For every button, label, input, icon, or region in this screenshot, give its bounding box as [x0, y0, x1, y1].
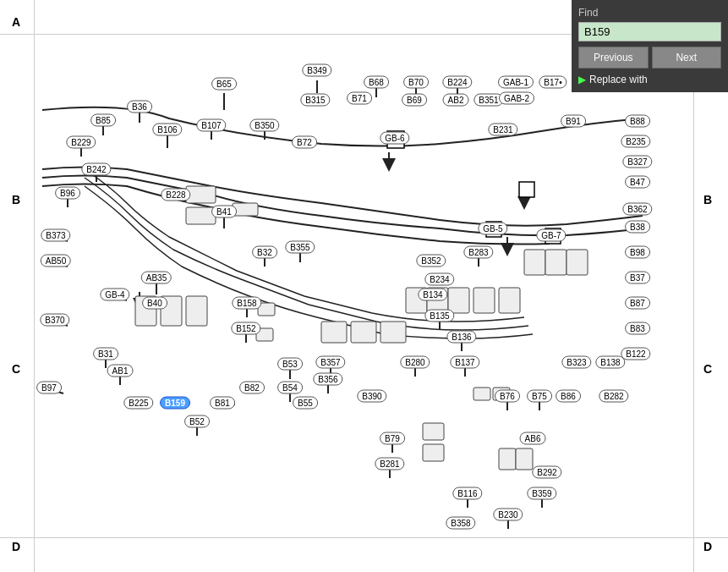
connector-B41[interactable]: B41: [211, 206, 237, 218]
connector-B122[interactable]: B122: [621, 348, 650, 360]
connector-B135[interactable]: B135: [424, 310, 454, 322]
next-button[interactable]: Next: [652, 47, 722, 69]
connector-B159[interactable]: B159: [160, 397, 190, 410]
connector-B40[interactable]: B40: [142, 297, 167, 310]
connector-B37[interactable]: B37: [625, 272, 650, 284]
connector-B116[interactable]: B116: [452, 487, 482, 500]
connector-B52[interactable]: B52: [184, 415, 210, 428]
replace-row[interactable]: ▶ Replace with: [578, 74, 721, 85]
connector-B97[interactable]: B97: [36, 382, 62, 394]
connector-B242[interactable]: B242: [81, 163, 111, 176]
connector-B47[interactable]: B47: [625, 176, 650, 189]
find-panel: Find Previous Next ▶ Replace with: [572, 0, 728, 92]
connector-B224[interactable]: B224: [442, 76, 472, 89]
connector-AB6[interactable]: AB6: [520, 432, 546, 445]
connector-GB-7[interactable]: GB-7: [536, 229, 566, 242]
connector-B36[interactable]: B36: [127, 101, 152, 113]
connector-B283[interactable]: B283: [463, 246, 493, 259]
connector-B82[interactable]: B82: [239, 382, 265, 394]
connector-B17x[interactable]: B17•: [539, 76, 567, 89]
svg-rect-23: [473, 388, 490, 400]
connector-GAB-2[interactable]: GAB-2: [499, 92, 534, 105]
svg-rect-27: [499, 448, 516, 470]
svg-rect-12: [380, 322, 406, 343]
connector-B72[interactable]: B72: [292, 136, 317, 149]
connector-AB50[interactable]: AB50: [41, 255, 71, 267]
connector-B358[interactable]: B358: [446, 517, 475, 530]
connector-B158[interactable]: B158: [232, 297, 261, 310]
find-label: Find: [578, 7, 721, 19]
connector-B327[interactable]: B327: [622, 156, 652, 168]
connector-B280[interactable]: B280: [400, 356, 430, 369]
connector-B137[interactable]: B137: [450, 356, 479, 369]
find-buttons: Previous Next: [578, 47, 721, 69]
connector-B350[interactable]: B350: [249, 119, 279, 132]
connector-B373[interactable]: B373: [41, 229, 70, 242]
connector-B282[interactable]: B282: [599, 390, 628, 403]
connector-B323[interactable]: B323: [561, 356, 591, 369]
connector-B152[interactable]: B152: [231, 322, 260, 335]
grid-label-B-right: B: [703, 193, 712, 206]
svg-rect-16: [473, 288, 495, 313]
connector-B355[interactable]: B355: [285, 241, 315, 254]
connector-B362[interactable]: B362: [622, 203, 652, 216]
connector-B234[interactable]: B234: [424, 273, 454, 286]
connector-B235[interactable]: B235: [621, 135, 650, 148]
connector-B352[interactable]: B352: [416, 255, 446, 267]
connector-GB-5[interactable]: GB-5: [478, 223, 507, 235]
connector-B229[interactable]: B229: [66, 136, 96, 149]
connector-AB35[interactable]: AB35: [141, 272, 172, 284]
connector-B228[interactable]: B228: [161, 189, 190, 201]
svg-rect-9: [186, 296, 207, 326]
connector-B55[interactable]: B55: [293, 397, 318, 410]
connector-B370[interactable]: B370: [40, 314, 69, 327]
connector-B230[interactable]: B230: [493, 509, 523, 521]
connector-B134[interactable]: B134: [418, 289, 447, 301]
connector-B106[interactable]: B106: [152, 124, 182, 136]
connector-B69[interactable]: B69: [402, 94, 427, 107]
connector-B86[interactable]: B86: [556, 390, 581, 403]
connector-GB-4[interactable]: GB-4: [100, 289, 129, 301]
connector-B91[interactable]: B91: [561, 115, 586, 128]
connector-B70[interactable]: B70: [403, 76, 429, 89]
connector-GAB-1[interactable]: GAB-1: [498, 76, 534, 89]
connector-B107[interactable]: B107: [196, 119, 226, 132]
find-input[interactable]: [578, 22, 721, 41]
connector-B79[interactable]: B79: [380, 432, 405, 445]
connector-B54[interactable]: B54: [277, 382, 303, 394]
connector-AB2[interactable]: AB2: [443, 94, 469, 107]
connector-B68[interactable]: B68: [364, 76, 389, 89]
connector-B315[interactable]: B315: [300, 94, 330, 107]
connector-B87[interactable]: B87: [625, 297, 650, 310]
connector-B281[interactable]: B281: [375, 458, 404, 470]
connector-B88[interactable]: B88: [625, 115, 650, 128]
connector-B83[interactable]: B83: [625, 322, 650, 335]
connector-B85[interactable]: B85: [90, 114, 116, 127]
connector-B349[interactable]: B349: [302, 64, 331, 77]
connector-B390[interactable]: B390: [357, 390, 386, 403]
connector-B65[interactable]: B65: [211, 78, 237, 91]
connector-B138[interactable]: B138: [595, 356, 625, 369]
grid-label-C-left: C: [12, 362, 20, 376]
connector-B231[interactable]: B231: [488, 124, 517, 136]
connector-B38[interactable]: B38: [625, 221, 650, 234]
connector-B71[interactable]: B71: [347, 92, 372, 105]
border-left: [34, 0, 35, 572]
connector-B225[interactable]: B225: [123, 397, 153, 410]
connector-B96[interactable]: B96: [55, 187, 80, 200]
connector-B357[interactable]: B357: [315, 356, 345, 369]
connector-GB-6[interactable]: GB-6: [380, 132, 409, 145]
connector-B356[interactable]: B356: [313, 373, 342, 386]
connector-B292[interactable]: B292: [532, 466, 561, 479]
connector-B32[interactable]: B32: [252, 246, 277, 259]
connector-B76[interactable]: B76: [495, 390, 520, 403]
connector-B75[interactable]: B75: [527, 390, 552, 403]
connector-B359[interactable]: B359: [527, 487, 556, 500]
connector-B53[interactable]: B53: [277, 358, 303, 371]
connector-B98[interactable]: B98: [625, 246, 650, 259]
previous-button[interactable]: Previous: [578, 47, 649, 69]
connector-B31[interactable]: B31: [93, 348, 118, 360]
connector-B81[interactable]: B81: [210, 397, 235, 410]
connector-B136[interactable]: B136: [446, 331, 476, 344]
connector-AB1[interactable]: AB1: [107, 365, 134, 377]
